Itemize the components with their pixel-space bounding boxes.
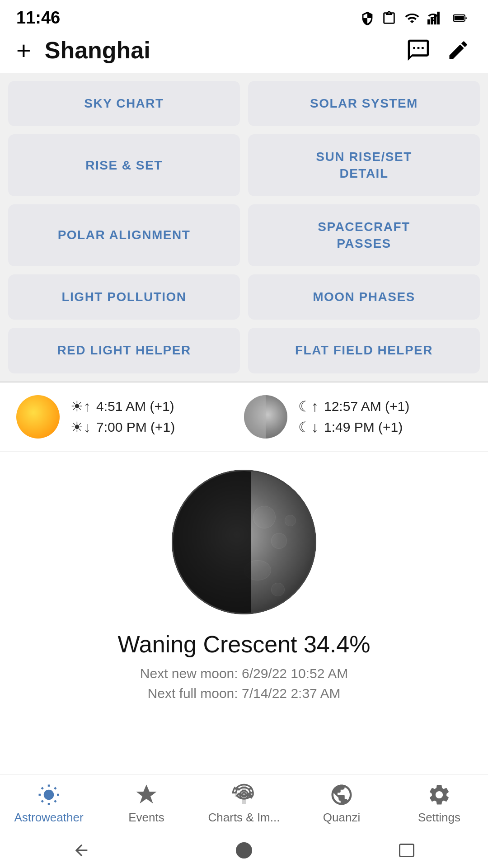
svg-line-11	[42, 788, 43, 789]
bottom-nav: Astroweather Events Charts & Im... Quanz…	[0, 774, 488, 832]
recent-button[interactable]	[393, 841, 420, 859]
nav-item-quanzi[interactable]: Quanzi	[305, 783, 378, 825]
moon-phase-section: Waning Crescent 34.4% Next new moon: 6/2…	[0, 452, 488, 719]
nav-item-astroweather[interactable]: Astroweather	[13, 783, 85, 825]
home-button[interactable]	[230, 841, 258, 859]
spacecraft-passes-button[interactable]: SPACECRAFT PASSES	[248, 204, 480, 266]
settings-label: Settings	[418, 811, 460, 825]
home-icon	[236, 842, 252, 859]
svg-rect-2	[434, 14, 436, 24]
settings-icon	[427, 783, 451, 807]
svg-rect-1	[431, 17, 433, 24]
signal-icon	[427, 10, 443, 26]
clipboard-icon	[381, 10, 397, 26]
moon-set-row: ☾↓ 1:49 PM (+1)	[298, 419, 409, 436]
grid-row-1: SKY CHART SOLAR SYSTEM	[8, 73, 480, 126]
grid-row-5: RED LIGHT HELPER FLAT FIELD HELPER	[8, 328, 480, 373]
moon-phase-title: Waning Crescent 34.4%	[118, 631, 371, 658]
android-nav	[0, 832, 488, 868]
svg-point-6	[44, 790, 54, 800]
nav-item-charts[interactable]: Charts & Im...	[208, 783, 280, 825]
status-icons	[360, 10, 472, 26]
flat-field-helper-button[interactable]: FLAT FIELD HELPER	[248, 328, 480, 373]
light-pollution-button[interactable]: LIGHT POLLUTION	[8, 274, 240, 320]
quanzi-label: Quanzi	[323, 811, 360, 825]
status-bar: 11:46	[0, 0, 488, 32]
add-button[interactable]: +	[16, 37, 31, 64]
polar-alignment-button[interactable]: POLAR ALIGNMENT	[8, 204, 240, 266]
top-bar: + Shanghai	[0, 32, 488, 73]
astroweather-icon	[37, 783, 61, 807]
moon-phase-image	[172, 470, 316, 614]
chat-icon	[406, 38, 431, 63]
charts-icon	[232, 783, 256, 807]
wifi-icon	[403, 10, 421, 26]
moon-rise-row: ☾↑ 12:57 AM (+1)	[298, 398, 409, 415]
svg-rect-16	[235, 793, 253, 797]
back-button[interactable]	[68, 841, 95, 859]
grid-row-2: RISE & SET SUN RISE/SET DETAIL	[8, 134, 480, 196]
red-light-helper-button[interactable]: RED LIGHT HELPER	[8, 328, 240, 373]
sunset-icon: ☀↓	[70, 419, 91, 436]
moon-icon-small	[244, 395, 287, 439]
astroweather-label: Astroweather	[14, 811, 83, 825]
sun-set-row: ☀↓ 7:00 PM (+1)	[70, 419, 175, 436]
nav-item-settings[interactable]: Settings	[403, 783, 475, 825]
moon-set-time: 1:49 PM (+1)	[324, 420, 403, 435]
sun-icon	[16, 395, 60, 439]
recent-icon	[399, 844, 414, 857]
sun-rise-row: ☀↑ 4:51 AM (+1)	[70, 398, 175, 415]
moon-phases-button[interactable]: MOON PHASES	[248, 274, 480, 320]
grid-section: SKY CHART SOLAR SYSTEM RISE & SET SUN RI…	[0, 73, 488, 382]
solar-system-button[interactable]: SOLAR SYSTEM	[248, 81, 480, 126]
back-icon	[72, 841, 90, 859]
main-content: SKY CHART SOLAR SYSTEM RISE & SET SUN RI…	[0, 73, 488, 823]
sun-section: ☀↑ 4:51 AM (+1) ☀↓ 7:00 PM (+1)	[16, 395, 244, 439]
top-bar-left: + Shanghai	[16, 37, 150, 64]
sunrise-icon: ☀↑	[70, 398, 91, 415]
nav-item-events[interactable]: Events	[110, 783, 183, 825]
edit-button[interactable]	[445, 37, 472, 64]
moonrise-icon: ☾↑	[298, 398, 319, 415]
info-row: ☀↑ 4:51 AM (+1) ☀↓ 7:00 PM (+1) ☾↑ 12:57…	[0, 382, 488, 452]
moon-border	[172, 470, 316, 614]
moonset-icon: ☾↓	[298, 419, 319, 436]
svg-rect-5	[455, 16, 464, 20]
grid-row-4: LIGHT POLLUTION MOON PHASES	[8, 274, 480, 320]
sun-times: ☀↑ 4:51 AM (+1) ☀↓ 7:00 PM (+1)	[70, 398, 175, 436]
edit-icon	[446, 38, 470, 62]
svg-line-13	[42, 801, 43, 802]
status-time: 11:46	[16, 8, 60, 28]
top-bar-right	[405, 37, 472, 64]
events-icon	[134, 783, 159, 807]
battery-icon	[449, 10, 472, 26]
moon-rise-time: 12:57 AM (+1)	[324, 399, 409, 414]
svg-rect-0	[427, 19, 430, 24]
moon-times: ☾↑ 12:57 AM (+1) ☾↓ 1:49 PM (+1)	[298, 398, 409, 436]
svg-rect-3	[437, 11, 440, 24]
events-label: Events	[128, 811, 164, 825]
quanzi-icon	[329, 783, 354, 807]
shield-icon	[360, 10, 375, 26]
sun-rise-time: 4:51 AM (+1)	[96, 399, 174, 414]
sun-set-time: 7:00 PM (+1)	[96, 420, 175, 435]
page-title: Shanghai	[45, 37, 150, 64]
charts-label: Charts & Im...	[208, 811, 280, 825]
grid-row-3: POLAR ALIGNMENT SPACECRAFT PASSES	[8, 204, 480, 266]
sky-chart-button[interactable]: SKY CHART	[8, 81, 240, 126]
sun-rise-set-detail-button[interactable]: SUN RISE/SET DETAIL	[248, 134, 480, 196]
next-full-moon: Next full moon: 7/14/22 2:37 AM	[148, 686, 341, 701]
moon-section: ☾↑ 12:57 AM (+1) ☾↓ 1:49 PM (+1)	[244, 395, 472, 439]
svg-line-12	[55, 801, 56, 802]
next-new-moon: Next new moon: 6/29/22 10:52 AM	[140, 666, 348, 681]
rise-set-button[interactable]: RISE & SET	[8, 134, 240, 196]
svg-line-14	[55, 788, 56, 789]
chat-button[interactable]	[405, 37, 432, 64]
